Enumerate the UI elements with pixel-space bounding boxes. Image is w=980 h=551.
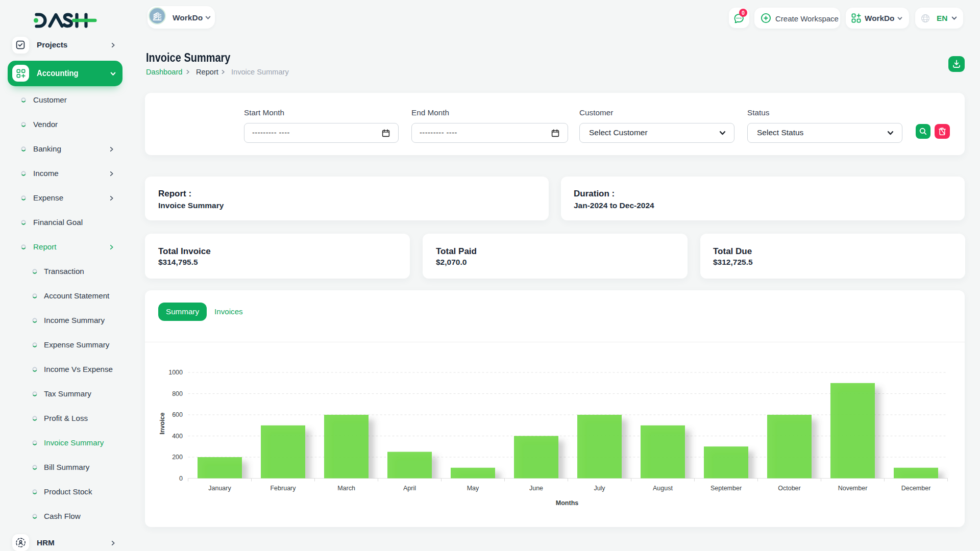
svg-text:March: March <box>337 485 355 492</box>
svg-text:February: February <box>270 485 296 492</box>
svg-text:400: 400 <box>172 433 183 440</box>
svg-text:November: November <box>838 485 867 492</box>
svg-text:October: October <box>778 485 800 492</box>
svg-text:May: May <box>467 485 479 492</box>
svg-text:200: 200 <box>172 454 183 461</box>
svg-text:1000: 1000 <box>168 369 183 376</box>
svg-text:September: September <box>710 485 741 492</box>
svg-text:Invoice: Invoice <box>159 412 166 434</box>
svg-text:600: 600 <box>172 411 183 418</box>
svg-text:January: January <box>208 485 231 492</box>
svg-text:800: 800 <box>172 390 183 397</box>
svg-text:August: August <box>653 485 673 492</box>
svg-text:April: April <box>403 485 415 492</box>
svg-text:December: December <box>901 485 930 492</box>
svg-text:June: June <box>529 485 543 492</box>
svg-text:0: 0 <box>179 475 183 482</box>
svg-text:Months: Months <box>555 499 578 507</box>
svg-text:July: July <box>594 485 605 492</box>
